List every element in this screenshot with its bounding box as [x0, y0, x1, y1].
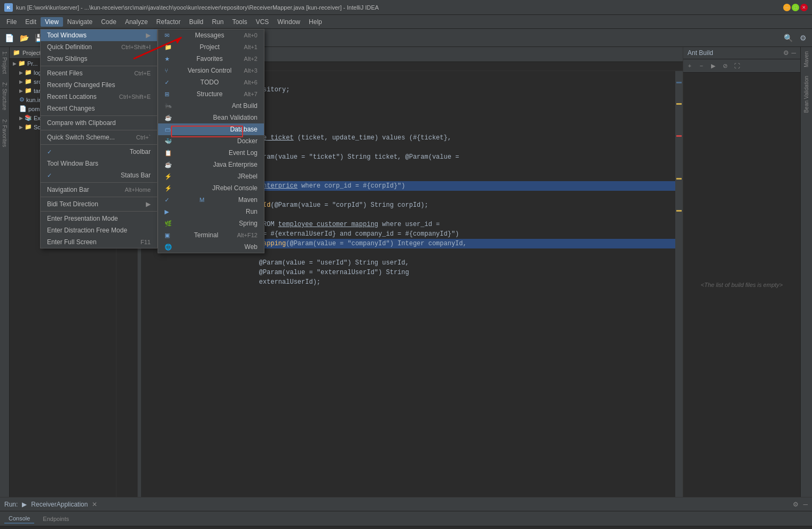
tab-project[interactable]: 1: Project: [1, 47, 9, 78]
dropdown-recently-changed[interactable]: Recently Changed Files: [41, 79, 157, 91]
menu-edit[interactable]: Edit: [21, 17, 41, 27]
dropdown-recent-files[interactable]: Recent Files Ctrl+E: [41, 67, 157, 79]
ant-add-btn[interactable]: +: [684, 60, 695, 71]
toolbar-search[interactable]: 🔍: [781, 31, 795, 45]
menu-file[interactable]: File: [2, 17, 21, 27]
menu-vcs[interactable]: VCS: [252, 17, 274, 27]
tab-favorites[interactable]: 2: Favorites: [1, 115, 9, 151]
dropdown-presentation[interactable]: Enter Presentation Mode: [41, 213, 157, 224]
tw-java-enterprise[interactable]: ☕ Java Enterprise: [158, 159, 264, 170]
dropdown-label: Messages: [195, 32, 224, 39]
minimize-button[interactable]: ─: [783, 4, 791, 11]
app-icon: K: [4, 3, 13, 12]
right-tab-bean-validation[interactable]: Bean Validation: [802, 72, 811, 117]
menu-code[interactable]: Code: [97, 17, 121, 27]
menu-refactor[interactable]: Refactor: [152, 17, 185, 27]
dropdown-recent-locations[interactable]: Recent Locations Ctrl+Shift+E: [41, 91, 157, 103]
toolbar-settings[interactable]: ⚙: [796, 31, 810, 45]
right-tab-maven[interactable]: Maven: [802, 47, 811, 72]
ant-filter-btn[interactable]: ⊘: [720, 60, 730, 71]
ant-minus-btn[interactable]: −: [696, 60, 707, 71]
tw-messages[interactable]: ✉ Messages Alt+0: [158, 29, 264, 41]
tab-endpoints[interactable]: Endpoints: [38, 515, 73, 523]
shortcut-label: F11: [140, 239, 151, 245]
menu-run[interactable]: Run: [208, 17, 228, 27]
toolbar-open[interactable]: 📂: [17, 31, 31, 45]
maximize-button[interactable]: □: [792, 4, 799, 11]
tw-version-control[interactable]: ⑂ Version Control Alt+3: [158, 65, 264, 76]
ant-run-btn[interactable]: ▶: [708, 60, 719, 71]
arrow-right-icon: ▶: [146, 200, 151, 208]
menu-window[interactable]: Window: [273, 17, 304, 27]
menu-tools[interactable]: Tools: [228, 17, 252, 27]
dropdown-label: Favorites: [197, 55, 223, 63]
dropdown-quick-def[interactable]: Quick Definition Ctrl+Shift+I: [41, 41, 157, 53]
tw-ant-build[interactable]: 🐜 Ant Build: [158, 100, 264, 112]
dropdown-recent-changes[interactable]: Recent Changes: [41, 103, 157, 114]
tw-run[interactable]: ▶ Run: [158, 206, 264, 217]
tw-jrebel-console[interactable]: ⚡ JRebel Console: [158, 182, 264, 194]
bottom-panel: Run: ▶ ReceiverApplication ✕ ⚙ ─ Console…: [0, 497, 812, 529]
dropdown-label: Maven: [238, 196, 257, 204]
dropdown-bidi[interactable]: Bidi Text Direction ▶: [41, 198, 157, 210]
tw-event-log[interactable]: 📋 Event Log: [158, 147, 264, 159]
ant-settings-icon[interactable]: ⚙: [783, 49, 789, 57]
title-text: kun [E:\work\kun\server] - ...\kun-recei…: [16, 4, 783, 11]
tw-structure[interactable]: ⊞ Structure Alt+7: [158, 88, 264, 100]
code-line-21: @Param(value = "externalUserId") String: [147, 269, 409, 276]
tw-project[interactable]: 📁 Project Alt+1: [158, 41, 264, 53]
ant-minimize-icon[interactable]: ─: [791, 49, 796, 57]
event-log-icon: 📋: [165, 150, 173, 157]
dropdown-quick-switch[interactable]: Quick Switch Scheme... Ctrl+`: [41, 131, 157, 143]
dropdown-distraction-free[interactable]: Enter Distraction Free Mode: [41, 224, 157, 236]
dropdown-label: Recent Files: [47, 69, 83, 77]
dropdown-full-screen[interactable]: Enter Full Screen F11: [41, 236, 157, 248]
tab-console[interactable]: Console: [4, 514, 34, 524]
tw-spring[interactable]: 🌿 Spring: [158, 217, 264, 229]
tw-docker[interactable]: 🐳 Docker: [158, 135, 264, 147]
shortcut-label: Alt+1: [244, 44, 257, 50]
tw-database[interactable]: 🗃 Database: [158, 123, 264, 135]
tw-maven[interactable]: ✓ M Maven: [158, 194, 264, 206]
menu-view[interactable]: View: [41, 17, 63, 27]
java-icon: ☕: [165, 161, 173, 168]
dropdown-label: Recent Changes: [47, 105, 95, 112]
tw-bean-validation[interactable]: ☕ Bean Validation: [158, 112, 264, 123]
dropdown-label: Bean Validation: [213, 114, 257, 121]
favorites-icon: ★: [165, 56, 173, 63]
toolbar-new[interactable]: 📄: [2, 31, 16, 45]
dropdown-status-bar[interactable]: ✓ Status Bar: [41, 169, 157, 181]
run-minimize-icon[interactable]: ─: [803, 501, 808, 508]
tw-todo[interactable]: ✓ TODO Alt+6: [158, 76, 264, 88]
dropdown-nav-bar[interactable]: Navigation Bar Alt+Home: [41, 184, 157, 196]
maven-icon: M: [199, 197, 208, 203]
dropdown-label: Structure: [197, 90, 223, 98]
check-icon: ✓: [47, 149, 52, 155]
tw-terminal[interactable]: ▣ Terminal Alt+F12: [158, 229, 264, 241]
scroll-marker-yellow1: [676, 103, 682, 105]
console-output: 2019-10-26 14:21:59.567 [http-nio-9527-e…: [0, 526, 812, 529]
dropdown-compare-clipboard[interactable]: Compare with Clipboard: [41, 117, 157, 129]
dropdown-show-siblings[interactable]: Show Siblings: [41, 53, 157, 65]
editor-scrollbar[interactable]: [675, 71, 683, 497]
menu-build[interactable]: Build: [185, 17, 208, 27]
shortcut-label: Ctrl+E: [134, 70, 151, 76]
run-close-icon[interactable]: ✕: [92, 501, 97, 508]
dropdown-label: Quick Switch Scheme...: [47, 134, 115, 141]
tw-favorites[interactable]: ★ Favorites Alt+2: [158, 53, 264, 65]
tab-structure[interactable]: Z: Structure: [1, 78, 9, 114]
dropdown-tool-windows[interactable]: Tool Windows ▶: [41, 29, 157, 41]
menu-help[interactable]: Help: [304, 17, 326, 27]
scroll-marker-blue: [676, 82, 682, 83]
file-icon: 📄: [19, 105, 27, 112]
menu-analyze[interactable]: Analyze: [121, 17, 152, 27]
menu-navigate[interactable]: Navigate: [63, 17, 97, 27]
dropdown-tool-window-bars[interactable]: Tool Window Bars: [41, 158, 157, 169]
dropdown-toolbar[interactable]: ✓ Toolbar: [41, 146, 157, 158]
run-settings-icon[interactable]: ⚙: [793, 501, 799, 508]
dropdown-label: Docker: [237, 137, 257, 145]
tw-jrebel[interactable]: ⚡ JRebel: [158, 170, 264, 182]
ant-expand-btn[interactable]: ⛶: [731, 60, 742, 71]
tw-web[interactable]: 🌐 Web: [158, 241, 264, 253]
close-button[interactable]: ✕: [800, 4, 808, 11]
